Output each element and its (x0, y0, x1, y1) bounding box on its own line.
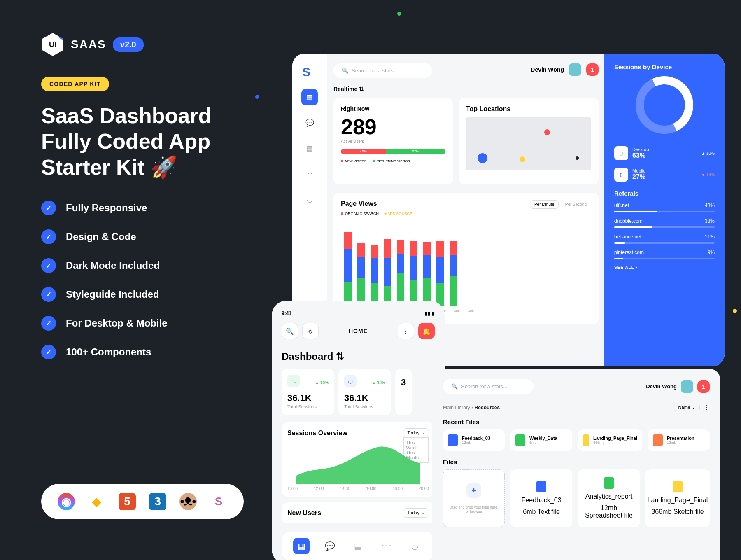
file-name: Feedback_03 (462, 436, 500, 441)
figma-icon: ◉ (58, 493, 75, 510)
file-card[interactable]: Landing_Page_Final366mb Sketch file (645, 469, 710, 527)
feature-text: Styleguide Included (66, 289, 159, 300)
file-name: Landing_Page_Final (593, 436, 637, 441)
file-card[interactable]: Feedback_036mb Text file (510, 469, 572, 527)
doc-icon (536, 481, 546, 492)
file-card[interactable]: Weekly_Data6mb (510, 429, 572, 451)
new-users-card: New UsersToday ⌄ (282, 502, 435, 523)
ref-name: behance.net (614, 234, 641, 240)
legend-ret: RETURNING VISITOR (377, 159, 410, 163)
check-icon: ✓ (41, 316, 56, 331)
nav-dashboard-icon[interactable]: ▦ (301, 89, 318, 105)
realtime-label[interactable]: Realtime ⇅ (333, 86, 364, 92)
visitor-bar: 43%57% (341, 149, 445, 154)
status-bar: 9:41▮▮ ▮ (282, 310, 435, 316)
stat-value: 36.1K (344, 393, 385, 404)
file-card[interactable]: Analytics_report12mb Spreadsheet file (578, 469, 640, 527)
nav-dashboard-icon[interactable]: ▦ (293, 538, 310, 554)
feature-text: Fully Responsive (66, 202, 147, 214)
sass-icon: S (210, 493, 227, 510)
nav-user-icon[interactable]: ◡ (301, 191, 318, 208)
device-pct: 27% (632, 173, 645, 180)
nav-user-icon[interactable]: ◡ (407, 538, 423, 554)
files-title: Files (443, 458, 710, 465)
app-logo: S (302, 65, 317, 80)
desktop-icon: ▢ (614, 146, 628, 160)
home-label: HOME (323, 328, 394, 334)
file-card[interactable]: Feedback_0312mb (443, 429, 505, 451)
nav-calendar-icon[interactable]: ▤ (301, 140, 318, 156)
per-minute-button[interactable]: Per Minute (530, 200, 559, 209)
blue-panel: Sessions by Device ▢Desktop63%▲ 10% ▯Mob… (604, 54, 725, 366)
search-placeholder: Search for a stats... (352, 68, 398, 74)
map-dot (576, 156, 579, 160)
bell-button[interactable]: 🔔 (418, 323, 435, 339)
logo-badge: 8 (58, 30, 68, 40)
theme-button[interactable]: ☼ (302, 323, 319, 339)
pv-bar (397, 240, 404, 306)
active-users-value: 289 (341, 114, 445, 139)
per-second-button[interactable]: Per Second (561, 200, 591, 209)
search-button[interactable]: 🔍 (282, 323, 298, 339)
kit-badge: CODED APP KIT (41, 77, 109, 91)
upload-card[interactable]: +Drag and drop your files here, or brows… (443, 469, 505, 527)
notif-badge[interactable]: 1 (697, 380, 710, 393)
hero: UI8 SAAS v2.0 CODED APP KIT SaaS Dashboa… (41, 33, 263, 373)
ref-row: behance.net11% (614, 234, 715, 244)
tools-pill: ◉ ◆ 5 3 •ᴥ• S (41, 484, 244, 519)
search-input[interactable]: 🔍Search for a stats... (333, 63, 432, 78)
file-size: 6mb Text file (523, 508, 560, 516)
sheet-icon (515, 434, 525, 446)
stat-change: ▲ 10% (372, 380, 385, 385)
crumb-a[interactable]: Main Library (443, 405, 470, 411)
feature-text: 100+ Components (66, 346, 151, 358)
breadcrumb[interactable]: Main Library › Resources (443, 405, 500, 411)
world-map (466, 117, 591, 170)
feature-item: ✓Dark Mode Included (41, 258, 263, 273)
avatar (569, 63, 581, 76)
feature-text: Design & Code (66, 231, 136, 243)
nav-calendar-icon[interactable]: ▤ (350, 538, 366, 554)
stat-card-cut: 3 (395, 369, 412, 415)
ref-name: ui8.net (614, 203, 629, 208)
dashboard-title[interactable]: Dashboard ⇅ (282, 351, 435, 362)
add-source-button[interactable]: + ADD SOURCE (384, 212, 412, 216)
nav-analytics-icon[interactable]: 〰 (378, 538, 395, 554)
period-select[interactable]: Today ⌄This WeekThis Month (403, 428, 429, 438)
nu-select[interactable]: Today ⌄ (403, 508, 429, 518)
menu-button[interactable]: ⋮ (398, 323, 414, 339)
feature-item: ✓Design & Code (41, 229, 263, 244)
pv-bar (344, 232, 352, 306)
new-bar: 43% (341, 149, 386, 154)
recent-title: Recent Files (443, 418, 710, 425)
file-name: Weekly_Data (529, 436, 567, 441)
notif-badge[interactable]: 1 (586, 63, 599, 76)
pv-bar (423, 242, 431, 306)
crumb-b: Resources (475, 405, 500, 411)
css3-icon: 3 (149, 493, 166, 510)
sort-select[interactable]: Name ⌄ (674, 404, 700, 411)
files-mock: 🔍Search for a stats... Devin Wong1 Main … (432, 369, 720, 560)
nav-analytics-icon[interactable]: 〰 (301, 166, 318, 182)
right-now-card: Right Now 289 Active Users 43%57% NEW VI… (333, 98, 453, 184)
user-area[interactable]: Devin Wong1 (531, 63, 599, 76)
mobile-icon: ▯ (614, 168, 628, 182)
device-name: Desktop (632, 147, 697, 152)
file-card[interactable]: Landing_Page_Final366mb (578, 429, 642, 451)
more-button[interactable]: ⋮ (703, 404, 710, 411)
nav-chat-icon[interactable]: 💬 (301, 114, 318, 131)
nav-chat-icon[interactable]: 💬 (322, 538, 338, 554)
area-chart (287, 443, 429, 484)
check-icon: ✓ (41, 345, 56, 359)
search-icon: 🔍 (342, 68, 348, 74)
file-card[interactable]: Presentation12mb (648, 429, 710, 451)
search-input[interactable]: 🔍Search for a stats... (443, 379, 534, 394)
user-icon: ◡ (344, 375, 357, 387)
overview-title: Sessions Overview (287, 429, 347, 437)
pv-bar (410, 241, 417, 306)
stat-card: ◡▲ 10%36.1KTotal Sessions (338, 369, 391, 415)
active-users-sub: Active Users (341, 139, 445, 144)
sessions-title: Sessions by Device (614, 63, 715, 70)
see-all-link[interactable]: SEE ALL › (614, 265, 715, 270)
device-pct: 63% (632, 152, 645, 159)
